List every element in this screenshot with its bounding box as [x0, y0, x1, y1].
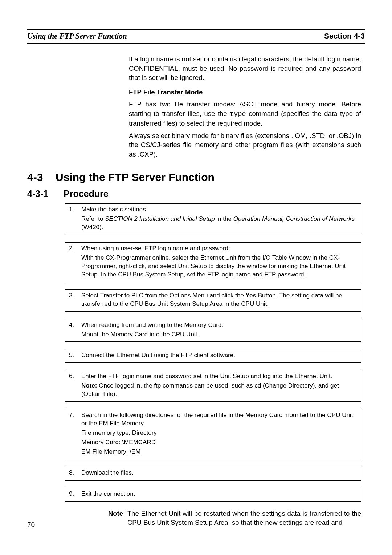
step-box-4: 4. When reading from and writing to the … — [65, 319, 361, 342]
section-title: Using the FTP Server Function — [56, 171, 215, 183]
step-content: Exit the connection. — [81, 490, 357, 498]
note-text: The Ethernet Unit will be restarted when… — [127, 509, 361, 527]
section-heading: 4-3 Using the FTP Server Function — [27, 171, 365, 183]
step-num: 6. — [69, 372, 81, 398]
intro-p3: Always select binary mode for binary fil… — [129, 131, 361, 159]
step-content: Make the basic settings. Refer to SECTIO… — [81, 206, 357, 232]
header-left: Using the FTP Server Function — [27, 32, 127, 41]
step-num: 2. — [69, 244, 81, 279]
step-num: 5. — [69, 351, 81, 360]
step-num: 3. — [69, 292, 81, 308]
subsection-num: 4-3-1 — [27, 189, 64, 199]
step-content: Connect the Ethernet Unit using the FTP … — [81, 351, 357, 360]
step-content: Search in the following directories for … — [81, 411, 357, 456]
page-number: 70 — [27, 521, 35, 529]
page-header: Using the FTP Server Function Section 4-… — [27, 29, 365, 44]
intro-p2: FTP has two file transfer modes: ASCII m… — [129, 100, 361, 128]
step-content: When using a user-set FTP login name and… — [81, 244, 357, 279]
section-num: 4-3 — [27, 171, 56, 183]
ftp-heading: FTP File Transfer Mode — [129, 88, 361, 97]
step-box-5: 5. Connect the Ethernet Unit using the F… — [65, 349, 361, 363]
step-box-2: 2. When using a user-set FTP login name … — [65, 242, 361, 282]
step-box-7: 7. Search in the following directories f… — [65, 409, 361, 459]
header-right: Section 4-3 — [324, 32, 365, 40]
subsection-heading: 4-3-1 Procedure — [27, 189, 365, 199]
step-box-9: 9. Exit the connection. — [65, 488, 361, 502]
step-num: 8. — [69, 469, 81, 477]
subsection-title: Procedure — [64, 189, 109, 199]
step-content: Select Transfer to PLC from the Options … — [81, 292, 357, 308]
note-label: Note — [103, 509, 123, 527]
step-num: 9. — [69, 490, 81, 498]
step-num: 1. — [69, 206, 81, 232]
step-content: Enter the FTP login name and password se… — [81, 372, 357, 398]
intro-block: If a login name is not set or contains i… — [129, 54, 361, 159]
step-num: 4. — [69, 321, 81, 339]
note-block: Note The Ethernet Unit will be restarted… — [103, 509, 361, 527]
step-box-3: 3. Select Transfer to PLC from the Optio… — [65, 289, 361, 312]
step-box-1: 1. Make the basic settings. Refer to SEC… — [65, 203, 361, 235]
step-box-6: 6. Enter the FTP login name and password… — [65, 370, 361, 402]
step-content: Download the files. — [81, 469, 357, 477]
step-content: When reading from and writing to the Mem… — [81, 321, 357, 339]
step-num: 7. — [69, 411, 81, 456]
intro-p1: If a login name is not set or contains i… — [129, 54, 361, 82]
step-box-8: 8. Download the files. — [65, 467, 361, 481]
